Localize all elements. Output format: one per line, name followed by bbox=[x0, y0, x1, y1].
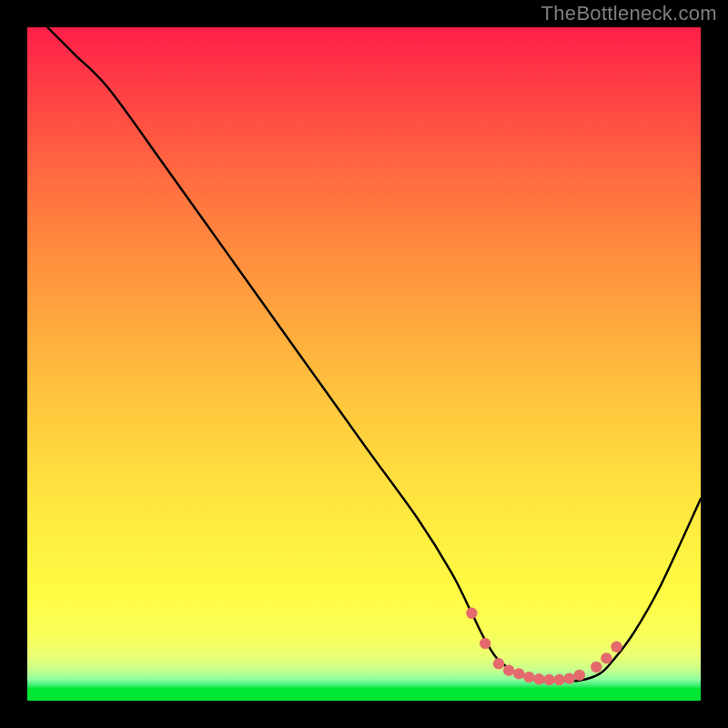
valley-marker bbox=[480, 638, 490, 649]
chart-frame: TheBottleneck.com bbox=[0, 0, 728, 728]
valley-marker bbox=[564, 672, 575, 683]
valley-marker bbox=[601, 652, 612, 663]
valley-marker bbox=[553, 674, 564, 685]
valley-marker bbox=[523, 672, 534, 682]
plot-area bbox=[27, 27, 701, 701]
bottleneck-curve bbox=[47, 27, 701, 681]
valley-marker bbox=[533, 673, 544, 684]
valley-marker bbox=[503, 665, 514, 676]
valley-marker bbox=[513, 668, 524, 679]
valley-marker bbox=[591, 662, 602, 672]
valley-marker bbox=[543, 674, 554, 685]
valley-marker bbox=[611, 642, 622, 652]
valley-marker bbox=[493, 658, 504, 669]
valley-markers bbox=[466, 608, 622, 686]
valley-marker bbox=[574, 670, 585, 681]
valley-marker bbox=[466, 608, 477, 619]
attribution-label: TheBottleneck.com bbox=[541, 2, 717, 25]
curve-layer bbox=[27, 27, 701, 701]
